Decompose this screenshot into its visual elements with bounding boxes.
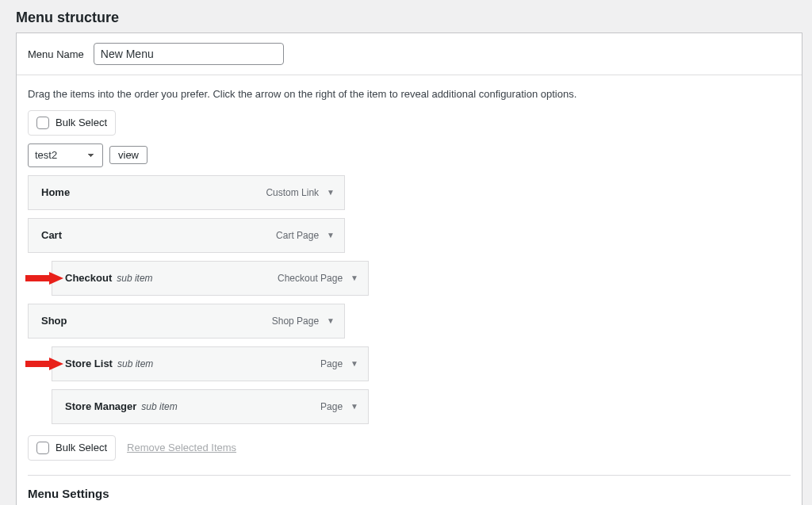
menu-item-title: Cart: [41, 229, 62, 241]
menu-item-checkout[interactable]: Checkoutsub itemCheckout Page▼: [52, 261, 369, 296]
menu-item-title: Store List: [65, 358, 113, 369]
bulk-select-checkbox-top[interactable]: [36, 117, 49, 129]
menu-settings-title: Menu Settings: [17, 476, 802, 506]
menu-item-title: Shop: [41, 315, 67, 327]
menu-item-title: Checkout: [65, 272, 112, 284]
menu-item-title: Home: [41, 186, 70, 198]
menu-item-store-manager[interactable]: Store Managersub itemPage▼: [52, 389, 369, 424]
view-button[interactable]: view: [109, 146, 147, 164]
menu-items-list: HomeCustom Link▼CartCart Page▼Checkoutsu…: [28, 175, 791, 424]
chevron-down-icon[interactable]: ▼: [327, 188, 335, 197]
chevron-down-icon[interactable]: ▼: [350, 402, 358, 411]
svg-marker-1: [25, 358, 63, 370]
svg-marker-0: [25, 272, 63, 285]
menu-item-cart[interactable]: CartCart Page▼: [28, 218, 345, 253]
chevron-down-icon[interactable]: ▼: [327, 316, 335, 325]
remove-selected-link[interactable]: Remove Selected Items: [127, 442, 236, 453]
menu-item-home[interactable]: HomeCustom Link▼: [28, 175, 345, 210]
menu-item-title: Store Manager: [65, 400, 136, 412]
menu-name-row: Menu Name: [17, 33, 802, 75]
menu-structure-panel: Menu Name Drag the items into the order …: [16, 33, 802, 505]
bulk-select-checkbox-bottom[interactable]: [36, 442, 49, 454]
menu-item-type: Page: [320, 358, 343, 369]
bulk-select-bottom: Bulk Select: [28, 435, 116, 461]
bulk-select-top: Bulk Select: [28, 110, 116, 136]
menu-item-store-list[interactable]: Store Listsub itemPage▼: [52, 346, 369, 381]
annotation-arrow-icon: [25, 272, 63, 285]
menu-item-type: Checkout Page: [278, 273, 343, 284]
instructions-text: Drag the items into the order you prefer…: [17, 75, 802, 110]
sub-item-label: sub item: [117, 358, 153, 369]
chevron-down-icon[interactable]: ▼: [327, 231, 335, 239]
menu-item-type: Cart Page: [276, 230, 319, 241]
bulk-select-label-bottom: Bulk Select: [56, 442, 107, 453]
menu-name-input[interactable]: [94, 43, 284, 65]
menu-select-dropdown[interactable]: test2: [28, 143, 103, 167]
chevron-down-icon[interactable]: ▼: [350, 359, 358, 368]
page-title: Menu structure: [16, 0, 812, 33]
annotation-arrow-icon: [25, 358, 63, 370]
menu-item-type: Custom Link: [266, 187, 319, 198]
sub-item-label: sub item: [117, 273, 152, 284]
bulk-select-label: Bulk Select: [56, 117, 107, 128]
menu-item-type: Page: [320, 401, 343, 412]
sub-item-label: sub item: [141, 401, 177, 412]
menu-item-type: Shop Page: [272, 316, 319, 327]
menu-item-shop[interactable]: ShopShop Page▼: [28, 304, 345, 339]
chevron-down-icon[interactable]: ▼: [350, 274, 358, 282]
menu-name-label: Menu Name: [28, 48, 84, 60]
